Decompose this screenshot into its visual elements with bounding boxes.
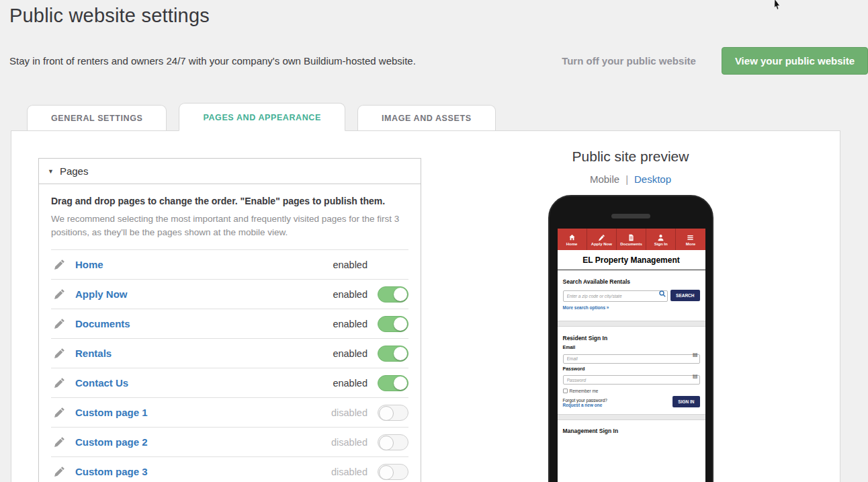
phone-nav-label: Apply Now	[591, 242, 612, 246]
edit-pencil-icon[interactable]	[54, 348, 65, 359]
phone-management-heading: Management Sign In	[563, 428, 700, 434]
phone-password-field-wrap: ▤	[563, 372, 700, 385]
page-row: Documents enabled	[51, 309, 408, 338]
phone-resident-heading: Resident Sign In	[563, 335, 700, 342]
page-name-link[interactable]: Custom page 3	[75, 466, 148, 477]
tab-image-and-assets[interactable]: IMAGE AND ASSETS	[357, 105, 496, 130]
search-icon	[659, 290, 666, 297]
page-name-link[interactable]: Documents	[75, 318, 130, 329]
phone-remember-me-label: Remember me	[570, 389, 599, 393]
page-row: Custom page 1 disabled	[51, 397, 408, 427]
phone-remember-me-checkbox[interactable]	[563, 389, 568, 393]
page-row: Rentals enabled	[51, 338, 408, 368]
page-status-label: enabled	[333, 319, 367, 329]
page-enable-toggle[interactable]	[378, 316, 408, 332]
page-status-label: enabled	[333, 259, 367, 270]
page-status-label: enabled	[333, 289, 367, 300]
page-enable-toggle[interactable]	[378, 375, 408, 391]
phone-management-signin-section: Management Sign In	[558, 420, 705, 434]
pages-panel-body: Drag and drop pages to change the order.…	[39, 184, 421, 482]
header-actions: Turn off your public website View your p…	[562, 47, 868, 75]
page-name-link[interactable]: Contact Us	[75, 377, 128, 389]
phone-nav-bar: HomeApply NowDocumentsSign InMore	[558, 229, 705, 250]
pages-instruction: Drag and drop pages to change the order.…	[51, 196, 408, 206]
header-row: Stay in front of renters and owners 24/7…	[0, 47, 868, 75]
phone-section-divider	[558, 414, 705, 420]
phone-nav-label: Documents	[620, 242, 642, 246]
pages-panel: ▼ Pages Drag and drop pages to change th…	[38, 158, 421, 482]
menu-icon	[687, 234, 694, 241]
tab-pages-and-appearance[interactable]: PAGES AND APPEARANCE	[179, 103, 345, 131]
preview-mode-separator: |	[625, 173, 628, 185]
phone-search-field-wrap	[563, 288, 668, 302]
pages-note: We recommend selecting the most importan…	[51, 212, 408, 239]
pages-panel-header[interactable]: ▼ Pages	[39, 159, 421, 184]
phone-search-button[interactable]: SEARCH	[670, 290, 699, 301]
page-status-label: disabled	[331, 407, 367, 418]
phone-nav-item-apply-now[interactable]: Apply Now	[587, 229, 617, 250]
content-panel: ▼ Pages Drag and drop pages to change th…	[11, 130, 840, 482]
phone-nav-label: More	[686, 242, 695, 246]
page-name-link[interactable]: Custom page 1	[75, 407, 148, 418]
tab-general-settings[interactable]: GENERAL SETTINGS	[27, 105, 167, 130]
document-icon	[627, 234, 635, 241]
phone-nav-label: Sign In	[654, 242, 668, 246]
page-enable-toggle[interactable]	[378, 405, 408, 421]
edit-pencil-icon[interactable]	[54, 377, 65, 389]
page-enable-toggle[interactable]	[378, 434, 408, 450]
page-enable-toggle[interactable]	[378, 346, 408, 362]
edit-pencil-icon[interactable]	[54, 466, 65, 477]
page-name-link[interactable]: Apply Now	[75, 288, 128, 300]
phone-sign-in-button[interactable]: SIGN IN	[672, 396, 699, 407]
keyboard-icon: ▤	[693, 352, 698, 358]
phone-password-label: Password	[563, 366, 700, 371]
page-row: Apply Now enabled	[51, 279, 408, 309]
edit-pencil-icon[interactable]	[54, 259, 65, 270]
phone-nav-item-documents[interactable]: Documents	[617, 229, 646, 250]
page-row: Custom page 2 disabled	[51, 427, 408, 456]
phone-nav-item-home[interactable]: Home	[558, 229, 587, 250]
page-row: Home enabled	[51, 249, 408, 279]
page-enable-toggle[interactable]	[378, 286, 408, 303]
mouse-cursor	[773, 0, 782, 10]
pencil-icon	[598, 234, 605, 241]
keyboard-icon: ▤	[693, 374, 698, 379]
preview-mode-mobile[interactable]: Mobile	[590, 173, 619, 185]
caret-down-icon: ▼	[48, 168, 54, 175]
preview-column: Public site preview Mobile|Desktop HomeA…	[421, 131, 840, 482]
page-name-link[interactable]: Rentals	[75, 348, 112, 359]
phone-email-field-wrap: ▤	[563, 351, 700, 364]
pages-column: ▼ Pages Drag and drop pages to change th…	[38, 158, 421, 482]
preview-mode-switch: Mobile|Desktop	[421, 173, 840, 185]
phone-screen: HomeApply NowDocumentsSign InMore EL Pro…	[558, 229, 705, 482]
edit-pencil-icon[interactable]	[54, 407, 65, 418]
phone-password-input[interactable]	[563, 375, 700, 385]
phone-email-input[interactable]	[563, 354, 700, 364]
edit-pencil-icon[interactable]	[54, 288, 65, 300]
phone-nav-label: Home	[566, 242, 578, 246]
phone-search-input[interactable]	[563, 290, 668, 302]
phone-resident-signin-section: Resident Sign In Email ▤ Password ▤ Reme…	[558, 327, 705, 407]
preview-title: Public site preview	[421, 149, 840, 165]
page-enable-toggle[interactable]	[378, 464, 408, 480]
page-subtitle: Stay in front of renters and owners 24/7…	[9, 55, 416, 67]
edit-pencil-icon[interactable]	[54, 436, 65, 448]
page-row: Contact Us enabled	[51, 368, 408, 397]
home-icon	[568, 234, 576, 241]
phone-speaker	[611, 214, 650, 218]
phone-request-new-password-link[interactable]: Request a new one	[563, 403, 607, 407]
page-name-link[interactable]: Custom page 2	[75, 436, 148, 448]
phone-forgot-password-text: Forgot your password?	[563, 398, 607, 403]
page-status-label: enabled	[333, 348, 367, 359]
phone-search-heading: Search Available Rentals	[563, 278, 700, 285]
phone-more-search-options-link[interactable]: More search options »	[563, 305, 700, 310]
view-public-website-button[interactable]: View your public website	[722, 47, 868, 75]
phone-mockup: HomeApply NowDocumentsSign InMore EL Pro…	[548, 195, 713, 482]
turn-off-public-website-link[interactable]: Turn off your public website	[562, 55, 696, 67]
phone-nav-item-more[interactable]: More	[676, 229, 705, 250]
page-name-link[interactable]: Home	[75, 259, 103, 270]
preview-mode-desktop[interactable]: Desktop	[634, 173, 671, 185]
phone-nav-item-sign-in[interactable]: Sign In	[646, 229, 676, 250]
edit-pencil-icon[interactable]	[54, 318, 65, 329]
page-status-label: disabled	[331, 467, 367, 477]
